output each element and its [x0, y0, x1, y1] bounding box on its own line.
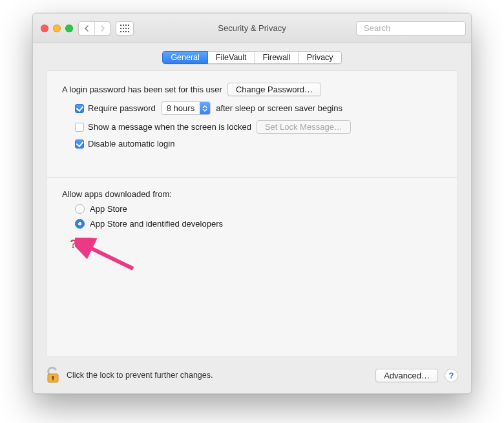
close-window-button[interactable]: [41, 25, 48, 32]
gatekeeper-label-identified: App Store and identified developers: [90, 219, 223, 229]
svg-rect-1: [123, 25, 124, 26]
show-message-checkbox[interactable]: [75, 123, 84, 132]
change-password-button[interactable]: Change Password…: [227, 83, 321, 96]
gatekeeper-label-app-store: App Store: [90, 204, 127, 214]
svg-rect-8: [120, 31, 121, 32]
require-password-label-after: after sleep or screen saver begins: [216, 103, 342, 113]
tab-filevault[interactable]: FileVault: [208, 51, 255, 64]
require-password-delay-value: 8 hours: [162, 103, 200, 113]
divider: [47, 177, 457, 178]
svg-rect-4: [120, 28, 121, 29]
gatekeeper-option-app-store[interactable]: App Store: [75, 204, 442, 214]
require-password-checkbox[interactable]: [75, 104, 84, 113]
show-message-label: Show a message when the screen is locked: [88, 122, 251, 132]
password-set-text: A login password has been set for this u…: [62, 85, 222, 94]
zoom-window-button[interactable]: [65, 25, 73, 32]
gatekeeper-header: Allow apps downloaded from:: [62, 189, 442, 199]
help-button[interactable]: ?: [445, 369, 458, 382]
minimize-window-button[interactable]: [53, 25, 61, 32]
show-message-row[interactable]: Show a message when the screen is locked: [75, 122, 251, 132]
svg-line-14: [85, 245, 133, 269]
gatekeeper-option-identified[interactable]: App Store and identified developers: [75, 219, 442, 229]
content-pane: A login password has been set for this u…: [46, 70, 458, 357]
set-lock-message-button: Set Lock Message…: [257, 120, 351, 134]
show-all-prefs-button[interactable]: [116, 21, 134, 36]
require-password-delay-select[interactable]: 8 hours: [161, 101, 211, 115]
lock-hint-text: Click the lock to prevent further change…: [67, 371, 213, 380]
disable-auto-login-checkbox[interactable]: [75, 139, 84, 149]
svg-rect-9: [123, 31, 124, 32]
select-stepper-icon: [200, 102, 210, 114]
disable-auto-login-row[interactable]: Disable automatic login: [75, 139, 174, 149]
annotation-arrow-icon: [75, 238, 152, 276]
search-field[interactable]: [356, 21, 466, 36]
advanced-button[interactable]: Advanced…: [375, 369, 438, 382]
svg-rect-5: [123, 28, 124, 29]
traffic-lights: [38, 25, 73, 32]
svg-rect-2: [125, 25, 127, 26]
tab-firewall[interactable]: Firewall: [255, 51, 299, 64]
disable-auto-login-label: Disable automatic login: [88, 139, 174, 149]
svg-rect-11: [128, 31, 129, 32]
footer: Click the lock to prevent further change…: [33, 357, 471, 393]
tab-privacy[interactable]: Privacy: [299, 51, 342, 64]
titlebar: Security & Privacy: [33, 14, 471, 43]
svg-rect-10: [125, 31, 127, 32]
svg-rect-17: [52, 378, 54, 380]
svg-rect-6: [125, 28, 127, 29]
tabs: General FileVault Firewall Privacy: [33, 43, 471, 64]
tab-general[interactable]: General: [162, 51, 207, 64]
search-input[interactable]: [364, 23, 472, 33]
forward-button[interactable]: [94, 22, 110, 35]
require-password-label-before: Require password: [88, 103, 156, 113]
gatekeeper-radio-app-store[interactable]: [75, 204, 85, 214]
prefs-window: Security & Privacy General FileVault Fir…: [32, 13, 472, 394]
annotation: ?: [70, 234, 442, 273]
back-button[interactable]: [79, 22, 94, 35]
nav-back-forward: [78, 21, 110, 36]
svg-rect-7: [128, 28, 129, 29]
svg-rect-0: [120, 25, 121, 26]
lock-icon[interactable]: [46, 366, 60, 384]
require-password-row[interactable]: Require password: [75, 103, 156, 113]
gatekeeper-radio-identified[interactable]: [75, 219, 85, 229]
svg-rect-3: [128, 25, 129, 26]
